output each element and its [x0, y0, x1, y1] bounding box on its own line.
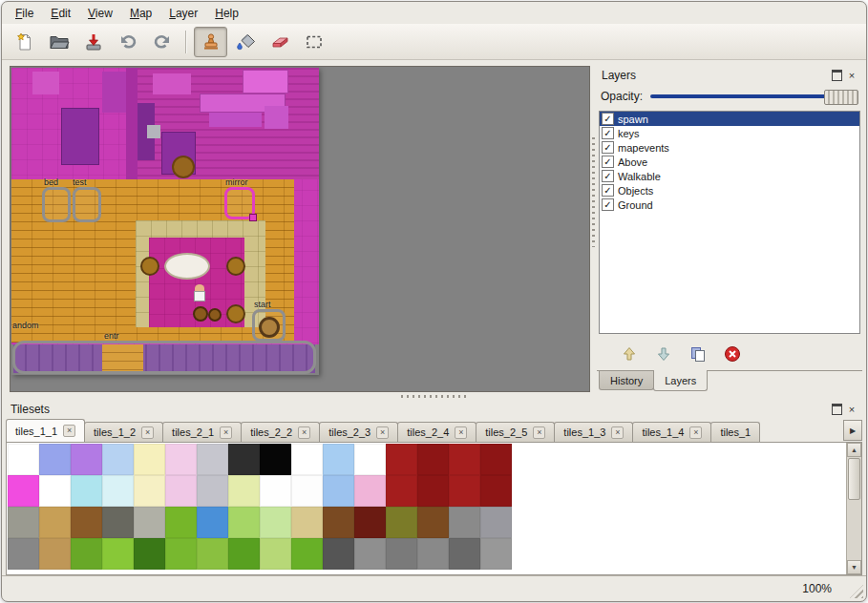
checkbox-icon[interactable]: ✓	[602, 184, 614, 197]
checkbox-icon[interactable]: ✓	[602, 141, 614, 154]
checkbox-icon[interactable]: ✓	[602, 170, 614, 182]
menu-edit[interactable]: Edit	[43, 4, 78, 23]
eraser-button[interactable]	[263, 27, 296, 57]
save-file-button[interactable]	[76, 27, 110, 57]
layer-row-walkable[interactable]: ✓ Walkable	[600, 169, 859, 183]
menu-layer[interactable]: Layer	[161, 4, 205, 23]
close-icon[interactable]: ×	[141, 426, 154, 439]
tileset-tab[interactable]: tiles_2_4 ×	[397, 422, 476, 442]
checkbox-icon[interactable]: ✓	[602, 127, 614, 139]
slider-handle[interactable]	[824, 90, 858, 105]
map-object-start[interactable]	[252, 309, 286, 342]
close-icon[interactable]: ×	[611, 426, 624, 439]
map-object-bed[interactable]	[42, 187, 71, 222]
tile-grid[interactable]	[8, 444, 512, 570]
map-object-entrance[interactable]	[12, 341, 316, 374]
dock-close-button[interactable]: ×	[844, 403, 859, 417]
close-icon[interactable]: ×	[455, 426, 467, 439]
resize-grip[interactable]	[850, 585, 863, 598]
scroll-up-button[interactable]: ▲	[847, 443, 861, 457]
map-furniture	[126, 68, 138, 179]
layer-row-objects[interactable]: ✓ Objects	[600, 183, 859, 198]
float-icon	[832, 70, 842, 81]
map-stool	[140, 257, 159, 276]
stamp-brush-button[interactable]	[194, 27, 227, 57]
duplicate-layer-button[interactable]	[687, 343, 709, 365]
rect-select-icon	[305, 32, 324, 52]
vertical-splitter[interactable]	[590, 66, 597, 392]
layer-row-mapevents[interactable]: ✓ mapevents	[600, 140, 859, 155]
duplicate-icon	[689, 345, 707, 363]
app-window: File Edit View Map Layer Help	[1, 1, 867, 602]
close-icon[interactable]: ×	[298, 426, 310, 439]
toolbar-separator	[185, 31, 187, 53]
rect-select-button[interactable]	[297, 27, 330, 57]
layers-dock: Layers × Opacity: ✓ spawn ✓ key	[597, 66, 866, 392]
menu-view[interactable]: View	[80, 4, 120, 23]
map-object-test[interactable]	[73, 187, 101, 222]
new-file-button[interactable]	[8, 27, 41, 57]
close-icon[interactable]: ×	[376, 426, 389, 439]
undo-button[interactable]	[111, 27, 144, 57]
menu-map[interactable]: Map	[122, 4, 159, 23]
close-icon[interactable]: ×	[689, 426, 702, 439]
delete-layer-button[interactable]	[721, 343, 744, 365]
tileset-tab[interactable]: tiles_1_3 ×	[554, 422, 633, 442]
scrollbar-thumb[interactable]	[848, 458, 860, 500]
tab-history[interactable]: History	[599, 371, 654, 390]
tab-label: tiles_2_3	[328, 426, 370, 438]
tileset-tab[interactable]: tiles_1	[710, 422, 760, 442]
tab-scroll-right-button[interactable]: ▶	[843, 420, 862, 441]
layer-row-above[interactable]: ✓ Above	[600, 155, 859, 169]
dock-close-button[interactable]: ×	[844, 69, 859, 83]
tileset-tab[interactable]: tiles_2_1 ×	[162, 422, 242, 442]
tileset-tab[interactable]: tiles_1_2 ×	[84, 422, 163, 442]
menu-bar: File Edit View Map Layer Help	[2, 2, 866, 24]
tileset-view[interactable]: ▲ ▼	[6, 442, 862, 575]
layer-row-keys[interactable]: ✓ keys	[600, 126, 859, 140]
tileset-tab[interactable]: tiles_1_1 ×	[6, 419, 85, 442]
menu-file[interactable]: File	[8, 4, 41, 23]
checkbox-icon[interactable]: ✓	[602, 156, 614, 168]
layer-row-ground[interactable]: ✓ Ground	[600, 198, 859, 212]
menu-help[interactable]: Help	[207, 4, 246, 23]
arrow-down-icon	[655, 345, 672, 363]
map-canvas[interactable]: bed test mirror start andom entr	[10, 66, 590, 392]
layer-buttons-row	[597, 338, 862, 370]
dock-float-button[interactable]	[829, 69, 844, 83]
map-furniture	[102, 72, 128, 113]
checkbox-icon[interactable]: ✓	[602, 113, 614, 125]
scroll-down-button[interactable]: ▼	[847, 560, 861, 574]
tab-label: tiles_1_1	[15, 426, 57, 437]
opacity-slider[interactable]	[650, 89, 858, 104]
object-resize-handle[interactable]	[249, 214, 257, 221]
scrollbar-track[interactable]	[847, 501, 861, 560]
move-layer-up-button[interactable]	[618, 343, 641, 365]
layer-name: mapevents	[618, 142, 669, 154]
map-character-body	[194, 291, 205, 302]
dock-float-button[interactable]	[829, 403, 844, 417]
tileset-scrollbar[interactable]: ▲ ▼	[846, 443, 861, 574]
close-icon[interactable]: ×	[63, 425, 75, 437]
tileset-tab[interactable]: tiles_1_4 ×	[632, 422, 711, 442]
map-furniture	[265, 106, 288, 129]
zoom-level: 100%	[802, 582, 832, 595]
close-icon[interactable]: ×	[220, 426, 232, 439]
horizontal-splitter[interactable]	[2, 392, 866, 400]
tab-layers[interactable]: Layers	[653, 370, 708, 391]
tileset-tab[interactable]: tiles_2_2 ×	[241, 422, 320, 442]
redo-button[interactable]	[145, 27, 179, 57]
object-label: bed	[44, 177, 58, 187]
new-file-icon	[15, 32, 34, 52]
tileset-tab[interactable]: tiles_2_5 ×	[476, 422, 555, 442]
bucket-fill-button[interactable]	[228, 27, 262, 57]
map-furniture	[147, 125, 160, 138]
layer-row-spawn[interactable]: ✓ spawn	[600, 112, 859, 126]
move-layer-down-button[interactable]	[652, 343, 675, 365]
close-icon[interactable]: ×	[533, 426, 545, 439]
map-stool	[226, 304, 245, 323]
checkbox-icon[interactable]: ✓	[602, 198, 614, 211]
open-file-button[interactable]	[42, 27, 75, 57]
map-render[interactable]: bed test mirror start andom entr	[11, 68, 319, 375]
tileset-tab[interactable]: tiles_2_3 ×	[319, 422, 398, 442]
